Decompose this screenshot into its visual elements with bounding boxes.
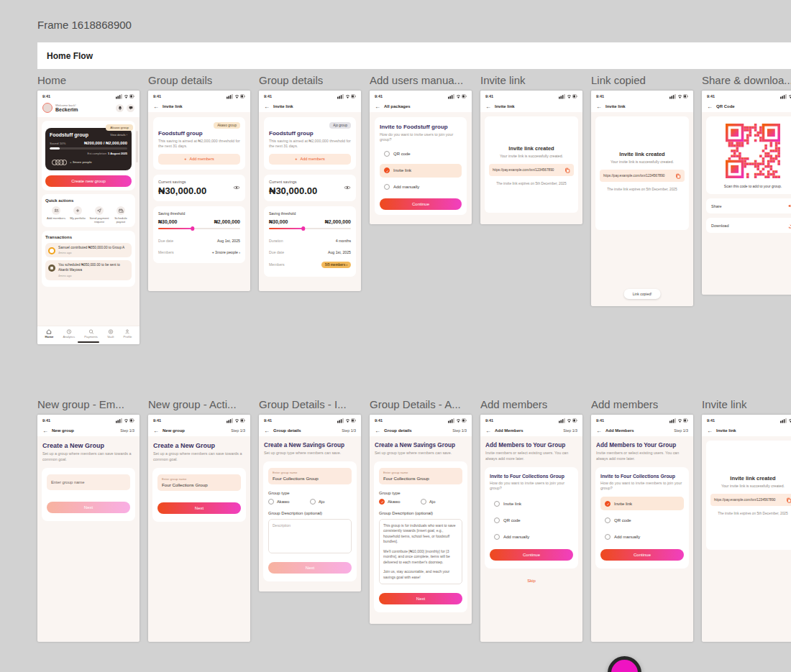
next-button[interactable]: Next bbox=[47, 502, 130, 513]
radio-icon[interactable] bbox=[605, 534, 611, 540]
option-qr-code[interactable]: QR code bbox=[600, 513, 684, 527]
radio-icon[interactable] bbox=[494, 517, 500, 523]
create-new-group-button[interactable]: Create new group bbox=[45, 175, 132, 187]
nav-home[interactable]: Home bbox=[45, 329, 54, 339]
back-arrow-icon[interactable]: ← bbox=[264, 103, 273, 110]
floating-action-button[interactable] bbox=[608, 656, 641, 672]
back-arrow-icon[interactable]: ← bbox=[153, 428, 163, 434]
radio-icon[interactable] bbox=[494, 534, 500, 540]
next-button[interactable]: Next bbox=[157, 502, 241, 514]
radio-checked-icon[interactable] bbox=[384, 167, 390, 173]
option-add-manually[interactable]: Add manually bbox=[380, 180, 462, 194]
nav-payments[interactable]: Payments bbox=[84, 329, 98, 339]
add-members-button[interactable]: +Add members bbox=[158, 154, 240, 165]
screen-label-group-details-active[interactable]: Group Details - A... bbox=[370, 398, 461, 410]
invite-link-field[interactable]: https://pay.example.com/txn/1234567890 bbox=[600, 170, 685, 182]
threshold-slider[interactable] bbox=[269, 227, 351, 231]
continue-button[interactable]: Continue bbox=[600, 549, 684, 561]
copy-icon[interactable] bbox=[675, 173, 681, 179]
screen-label-invite-link-2[interactable]: Invite link bbox=[702, 398, 747, 410]
option-qr-code[interactable]: QR code bbox=[380, 147, 462, 161]
continue-button[interactable]: Continue bbox=[490, 549, 573, 561]
group-name-input[interactable]: Enter group name Four Collections Group bbox=[379, 468, 462, 484]
next-button[interactable]: Next bbox=[379, 593, 462, 604]
quick-action-schedule-payout[interactable]: Schedule payout bbox=[110, 206, 132, 224]
nav-vault[interactable]: Vault bbox=[107, 329, 114, 339]
screen-label-link-copied[interactable]: Link copied bbox=[591, 74, 646, 86]
transaction-row[interactable]: You scheduled ₦350,000.00 to be sent to … bbox=[45, 260, 132, 280]
back-arrow-icon[interactable]: ← bbox=[153, 103, 163, 110]
type-option-akawo[interactable]: Akawo bbox=[379, 499, 421, 505]
type-option-akawo[interactable]: Akawo bbox=[268, 499, 310, 505]
option-add-manually[interactable]: Add manually bbox=[600, 530, 684, 543]
radio-icon[interactable] bbox=[494, 501, 500, 507]
screen-label-add-members-1[interactable]: Add members bbox=[480, 398, 547, 410]
option-invite-link[interactable]: Invite link bbox=[380, 164, 462, 178]
savings-group-card[interactable]: Akawo group Foodstuff group View details… bbox=[45, 128, 132, 170]
screen-label-home[interactable]: Home bbox=[37, 74, 66, 86]
members-row[interactable]: Members 5/5 members › bbox=[269, 258, 351, 272]
description-textarea[interactable]: Description bbox=[268, 519, 352, 553]
members-badge[interactable]: 5/5 members › bbox=[321, 262, 351, 268]
screen-label-invite-link[interactable]: Invite link bbox=[480, 74, 526, 86]
nav-analytics[interactable]: Analytics bbox=[63, 329, 75, 339]
eye-icon[interactable] bbox=[344, 185, 351, 190]
group-name-input[interactable]: Enter group name Four Collections Group bbox=[157, 474, 241, 491]
screen-label-new-group-active[interactable]: New group - Acti... bbox=[148, 398, 237, 410]
type-option-ajo[interactable]: Ajo bbox=[421, 499, 462, 505]
threshold-slider[interactable] bbox=[158, 227, 240, 231]
radio-icon[interactable] bbox=[384, 184, 390, 190]
radio-icon[interactable] bbox=[421, 499, 426, 505]
add-members-button[interactable]: +Add members bbox=[269, 154, 351, 165]
screen-label-add-members-2[interactable]: Add members bbox=[591, 398, 658, 410]
option-invite-link[interactable]: Invite link bbox=[600, 497, 684, 510]
option-add-manually[interactable]: Add manually bbox=[490, 530, 573, 543]
copy-icon[interactable] bbox=[786, 497, 791, 503]
radio-checked-icon[interactable] bbox=[605, 501, 611, 507]
radio-icon[interactable] bbox=[384, 151, 390, 157]
back-arrow-icon[interactable]: ← bbox=[485, 103, 495, 110]
option-invite-link[interactable]: Invite link bbox=[490, 497, 573, 510]
radio-icon[interactable] bbox=[268, 499, 274, 505]
view-details-link[interactable]: View details › bbox=[110, 133, 127, 137]
back-arrow-icon[interactable]: ← bbox=[375, 103, 384, 110]
screen-label-share-download[interactable]: Share & downloa... bbox=[702, 74, 791, 86]
radio-checked-icon[interactable] bbox=[379, 499, 385, 505]
download-row[interactable]: Download bbox=[706, 218, 791, 233]
type-option-ajo[interactable]: Ajo bbox=[310, 499, 352, 505]
copy-icon[interactable] bbox=[564, 167, 570, 173]
back-arrow-icon[interactable]: ← bbox=[707, 428, 716, 434]
continue-button[interactable]: Continue bbox=[380, 198, 462, 210]
radio-icon[interactable] bbox=[310, 499, 316, 505]
screen-label-add-users[interactable]: Add users manua... bbox=[370, 74, 463, 86]
group-name-input[interactable]: Enter group name bbox=[47, 474, 130, 490]
back-arrow-icon[interactable]: ← bbox=[42, 428, 52, 434]
screen-label-new-group-empty[interactable]: New group - Em... bbox=[37, 398, 124, 410]
option-qr-code[interactable]: QR code bbox=[490, 513, 573, 527]
transaction-row[interactable]: Samuel contributed ₦350,000.00 to Group … bbox=[45, 243, 132, 258]
back-arrow-icon[interactable]: ← bbox=[264, 428, 273, 434]
screen-label-group-details-2[interactable]: Group details bbox=[259, 74, 323, 86]
group-name-input[interactable]: Enter group name Four Collections Group bbox=[268, 468, 352, 484]
back-arrow-icon[interactable]: ← bbox=[707, 103, 716, 110]
description-textarea[interactable]: This group is for individuals who want t… bbox=[379, 519, 462, 585]
notification-bell-button[interactable] bbox=[116, 104, 124, 112]
quick-action-add-members[interactable]: Add members bbox=[45, 206, 67, 224]
radio-icon[interactable] bbox=[605, 517, 611, 523]
invite-link-field[interactable]: https://pay.example.com/txn/1234567890 bbox=[489, 164, 574, 176]
skip-link[interactable]: Skip bbox=[480, 579, 582, 583]
avatar[interactable] bbox=[42, 103, 52, 113]
quick-action-send-payment-request[interactable]: Send payment request bbox=[88, 206, 110, 224]
next-button[interactable]: Next bbox=[268, 562, 352, 574]
share-row[interactable]: Share bbox=[706, 198, 791, 213]
back-arrow-icon[interactable]: ← bbox=[485, 428, 495, 434]
members-row[interactable]: Members + 3more people › bbox=[158, 247, 240, 258]
flow-bar[interactable]: Home Flow bbox=[37, 42, 791, 69]
screen-label-group-details-inactive[interactable]: Group Details - I... bbox=[259, 398, 347, 410]
quick-action-my-portfolio[interactable]: My portfolio bbox=[67, 206, 88, 224]
screen-label-group-details-1[interactable]: Group details bbox=[148, 74, 212, 86]
back-arrow-icon[interactable]: ← bbox=[596, 103, 605, 110]
back-arrow-icon[interactable]: ← bbox=[596, 428, 605, 434]
eye-icon[interactable] bbox=[233, 185, 240, 190]
message-button[interactable] bbox=[127, 104, 134, 112]
